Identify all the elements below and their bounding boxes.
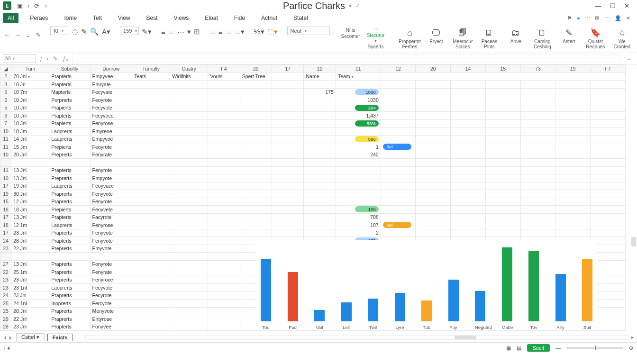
cell[interactable]: Emyrene xyxy=(90,127,132,136)
cell[interactable]: 1,437 xyxy=(336,112,381,120)
row-header[interactable]: 23 xyxy=(0,284,11,292)
row-header[interactable] xyxy=(0,159,11,167)
cell[interactable]: Empyvee xyxy=(90,73,132,81)
horizontal-scrollbar[interactable] xyxy=(85,335,628,340)
cell[interactable]: Porprerts xyxy=(49,96,90,104)
cell[interactable]: Empyote xyxy=(90,174,132,182)
tab-telt[interactable]: Telt xyxy=(88,13,107,23)
cell[interactable]: Prapterts xyxy=(49,237,90,245)
cell[interactable]: Prapierts xyxy=(49,119,90,127)
cell[interactable] xyxy=(336,166,381,174)
cell[interactable] xyxy=(132,104,170,112)
merge-icon[interactable]: ⊞ xyxy=(194,27,200,37)
cell[interactable] xyxy=(132,119,170,127)
cell[interactable]: Prapterts xyxy=(49,81,90,89)
cell[interactable]: 12 1m xyxy=(11,221,49,229)
cell[interactable] xyxy=(304,151,336,159)
ribbon-stecurur[interactable]: ⬚ Stecurur ▾ xyxy=(367,27,385,43)
cell[interactable] xyxy=(272,73,304,81)
cell[interactable]: Fenyvote xyxy=(90,190,132,198)
cell[interactable] xyxy=(132,190,170,198)
number-style-select[interactable]: Neut xyxy=(287,27,330,35)
number-format-icon[interactable]: ⅟₂▾ xyxy=(254,27,264,37)
qat-save-icon[interactable]: ▣ xyxy=(17,2,23,9)
cell[interactable]: Praprerts xyxy=(49,260,90,268)
cell[interactable] xyxy=(132,127,170,136)
select-all-corner[interactable]: ◢ xyxy=(0,65,11,73)
cell[interactable] xyxy=(381,166,416,174)
cell[interactable] xyxy=(132,213,170,221)
cell[interactable]: Preprerts xyxy=(49,174,90,182)
cell[interactable]: Fonyvee xyxy=(90,323,132,331)
cell[interactable] xyxy=(304,206,336,214)
cell[interactable]: Fecyrote xyxy=(90,291,132,300)
cell[interactable] xyxy=(132,307,170,315)
row-header[interactable]: 28 xyxy=(0,323,11,331)
share-dot-icon[interactable]: ● xyxy=(577,15,580,21)
cell[interactable] xyxy=(381,213,416,221)
cell[interactable]: Fecyvoce xyxy=(90,112,132,120)
cell[interactable]: 24 1nl xyxy=(11,300,49,308)
share-more2-icon[interactable]: ⋯ xyxy=(605,15,610,21)
cell[interactable]: Spert Tree xyxy=(240,73,272,81)
row-header[interactable]: 6 xyxy=(0,112,11,120)
align-drop-icon[interactable]: ▾ xyxy=(187,27,191,37)
col-header[interactable]: 73 xyxy=(520,65,555,73)
view-normal-icon[interactable]: ▦ xyxy=(506,345,511,351)
cell[interactable]: 1030 xyxy=(336,88,381,96)
cell[interactable] xyxy=(304,119,336,127)
col-header[interactable]: Tum xyxy=(11,65,49,73)
row-header[interactable]: 22 xyxy=(0,268,11,276)
cell[interactable]: Preprerts xyxy=(49,151,90,159)
cell[interactable]: 22 Jnl xyxy=(11,245,49,253)
cell[interactable] xyxy=(132,291,170,300)
cell[interactable]: Preprerts xyxy=(49,276,90,284)
align2-a-icon[interactable]: ≣ xyxy=(209,27,216,37)
qat-new-icon[interactable]: + xyxy=(44,2,48,9)
row-header[interactable]: 11 xyxy=(0,135,11,143)
cell[interactable] xyxy=(132,166,170,174)
cell[interactable] xyxy=(381,119,416,127)
row-header[interactable] xyxy=(0,253,11,261)
cell[interactable]: 6el xyxy=(381,221,416,229)
cell[interactable]: Emryate xyxy=(90,81,132,89)
row-header[interactable]: 25 xyxy=(0,307,11,315)
name-box[interactable]: N1 xyxy=(3,55,36,63)
cell[interactable] xyxy=(381,151,416,159)
col-header[interactable]: Donrow xyxy=(90,65,132,73)
cell[interactable] xyxy=(132,159,170,167)
cell[interactable] xyxy=(49,159,90,167)
cell[interactable] xyxy=(132,112,170,120)
nav-back-icon[interactable]: ← xyxy=(4,31,10,38)
tab-fide[interactable]: Fide xyxy=(229,13,250,23)
cell[interactable]: Fecyvote xyxy=(90,104,132,112)
cell[interactable]: 22 Jnl xyxy=(11,315,49,323)
align2-d-icon[interactable]: ≣▾ xyxy=(235,27,245,37)
row-header[interactable]: 11 xyxy=(0,166,11,174)
cell[interactable] xyxy=(381,174,416,182)
close-icon[interactable]: ✕ xyxy=(624,2,629,9)
row-header[interactable]: 10 xyxy=(0,127,11,136)
cell[interactable]: Fenyvote xyxy=(90,237,132,245)
cell[interactable] xyxy=(304,221,336,229)
cell[interactable] xyxy=(304,182,336,190)
formula-expand-icon[interactable]: ⌄ xyxy=(624,55,634,62)
cell[interactable]: 12 Jnl xyxy=(11,198,49,206)
font-size-select[interactable]: 159 xyxy=(120,27,139,35)
cell[interactable] xyxy=(381,190,416,198)
cell[interactable]: 15 Jm xyxy=(11,143,49,151)
title-dropdown-icon[interactable]: ▾ xyxy=(349,2,352,9)
cell[interactable]: 10 Jrl xyxy=(11,81,49,89)
nav-down-icon[interactable]: ⌄ xyxy=(26,31,31,38)
embedded-bar-chart[interactable]: TouFudValtLellTwilLyreTubFoyNegutedMabeT… xyxy=(256,240,597,330)
cell[interactable] xyxy=(132,300,170,308)
tab-statel[interactable]: Statel xyxy=(289,13,313,23)
row-header[interactable]: 24 xyxy=(0,291,11,300)
row-header[interactable]: 19 xyxy=(0,190,11,198)
cell[interactable]: Fecyvote xyxy=(90,284,132,292)
col-header[interactable]: F4 xyxy=(208,65,240,73)
cell[interactable]: Laaprerts xyxy=(49,135,90,143)
row-header[interactable]: 10 xyxy=(0,151,11,159)
vertical-scrollbar[interactable] xyxy=(630,81,637,336)
qat-undo-icon[interactable]: ‹ xyxy=(27,2,29,9)
